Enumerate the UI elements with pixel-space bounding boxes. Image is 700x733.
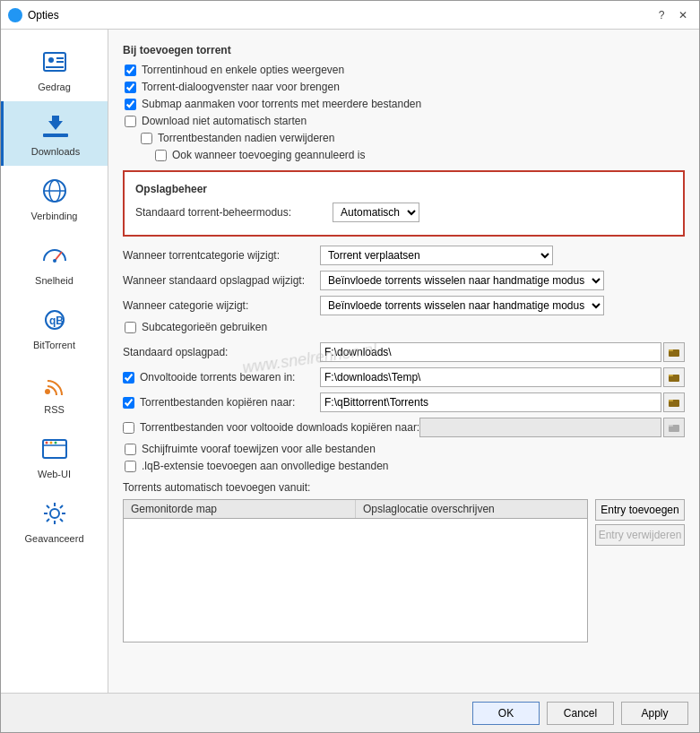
- form-row-default-path: Wanneer standaard opslagpad wijzigt: Beï…: [123, 271, 685, 290]
- checkbox-extension[interactable]: [125, 461, 136, 472]
- svg-point-14: [45, 389, 50, 394]
- checkbox-row-2: Torrent-dialoogvenster naar voor brengen: [123, 81, 685, 93]
- checkbox-subcategorie[interactable]: [125, 322, 136, 333]
- default-opslagpad-label: Standaard opslagpad:: [123, 346, 320, 358]
- col-gemonitorde: Gemonitorde map: [124, 500, 356, 518]
- apply-button[interactable]: Apply: [621, 702, 688, 725]
- incomplete-label: Onvoltooide torrents bewaren in:: [140, 371, 295, 384]
- cat-wijzigt-select[interactable]: Beïnvloede torrents wisselen naar handma…: [320, 296, 604, 315]
- default-path-select[interactable]: Beïnvloede torrents wisselen naar handma…: [320, 271, 604, 290]
- sidebar-item-snelheid[interactable]: Snelheid: [1, 230, 108, 295]
- sidebar-item-bittorrent[interactable]: qB BitTorrent: [1, 295, 108, 359]
- completed-copy-input[interactable]: [419, 418, 661, 437]
- entry-toevoegen-button[interactable]: Entry toevoegen: [595, 499, 685, 521]
- path-row-default: Standaard opslagpad:: [123, 342, 685, 362]
- svg-point-19: [54, 442, 56, 444]
- completed-copy-label: Torrentbestanden voor voltooide download…: [140, 421, 419, 434]
- checkbox-6[interactable]: [155, 150, 167, 161]
- sidebar-label-verbinding: Verbinding: [31, 211, 78, 221]
- app-icon: [8, 8, 22, 22]
- completed-copy-browse[interactable]: [663, 418, 685, 437]
- sidebar-item-downloads[interactable]: Downloads: [1, 101, 108, 166]
- sidebar-label-bittorrent: BitTorrent: [33, 340, 75, 350]
- checkbox-torrent-copy[interactable]: [123, 397, 134, 409]
- checkbox-label-5: Torrentbestanden nadien verwijderen: [158, 132, 334, 144]
- sidebar-label-gedrag: Gedrag: [38, 82, 71, 92]
- section-auto: Torrents automatisch toevoegen vanuit: G…: [123, 481, 685, 642]
- section-storage: Opslagbeheer Standaard torrent-beheermod…: [123, 170, 685, 237]
- window-title: Opties: [28, 9, 652, 22]
- title-bar-buttons: ? ✕: [652, 6, 692, 24]
- entry-verwijderen-button[interactable]: Entry verwijderen: [595, 524, 685, 546]
- default-opslagpad-input[interactable]: [320, 342, 661, 362]
- checkbox-3[interactable]: [125, 99, 136, 110]
- checkbox-4[interactable]: [125, 116, 136, 127]
- checkbox-row-subcategorie: Subcategorieën gebruiken: [123, 321, 685, 333]
- sidebar: Gedrag Downloads: [1, 30, 108, 693]
- incomplete-browse[interactable]: [663, 367, 685, 387]
- bittorrent-icon: qB: [39, 304, 71, 336]
- checkbox-diskspace[interactable]: [125, 444, 136, 455]
- close-button[interactable]: ✕: [674, 6, 692, 24]
- checkbox-completed-copy[interactable]: [123, 422, 134, 434]
- path-row-incomplete: Onvoltooide torrents bewaren in:: [123, 367, 685, 387]
- svg-marker-6: [48, 116, 63, 130]
- section-paths: Standaard opslagpad: Onvoltooide torrent…: [123, 342, 685, 472]
- form-row-cat-wijzigt: Wanneer categorie wijzigt: Beïnvloede to…: [123, 296, 685, 315]
- downloads-icon: [39, 110, 72, 142]
- right-panel: Bij toevoegen torrent Torrentinhoud en e…: [108, 30, 699, 693]
- category-select[interactable]: Torrent verplaatsen Torrent kopiëren Nie…: [320, 246, 553, 265]
- sidebar-label-geavanceerd: Geavanceerd: [24, 533, 83, 544]
- checkbox-label-2: Torrent-dialoogvenster naar voor brengen: [142, 81, 340, 93]
- svg-rect-24: [669, 375, 673, 376]
- mode-label: Standaard torrent-beheermodus:: [135, 206, 333, 219]
- checkbox-row-5: Torrentbestanden nadien verwijderen: [123, 132, 685, 144]
- form-row-mode: Standaard torrent-beheermodus: Automatis…: [135, 203, 672, 222]
- incomplete-path-input[interactable]: [320, 367, 661, 387]
- cancel-button[interactable]: Cancel: [547, 702, 614, 725]
- sidebar-item-geavanceerd[interactable]: Geavanceerd: [1, 488, 108, 553]
- help-button[interactable]: ?: [652, 6, 670, 24]
- sidebar-label-downloads: Downloads: [31, 146, 80, 157]
- default-opslagpad-browse[interactable]: [663, 342, 685, 362]
- svg-point-17: [45, 442, 48, 444]
- torrent-copy-input[interactable]: [320, 392, 661, 412]
- sidebar-item-rss[interactable]: RSS: [1, 359, 108, 424]
- checkbox-row-diskspace: Schijfruimte vooraf toewijzen voor alle …: [123, 443, 685, 455]
- diskspace-label: Schijfruimte vooraf toewijzen voor alle …: [142, 443, 376, 455]
- checkbox-label-6: Ook wanneer toevoeging geannuleerd is: [172, 149, 365, 161]
- geavanceerd-icon: [39, 497, 71, 530]
- bottom-bar: OK Cancel Apply: [1, 693, 699, 732]
- gedrag-icon: [39, 46, 71, 78]
- sidebar-item-web-ui[interactable]: Web-UI: [1, 424, 108, 488]
- checkbox-2[interactable]: [125, 82, 136, 93]
- ok-button[interactable]: OK: [472, 702, 540, 725]
- torrent-copy-label: Torrentbestanden kopiëren naar:: [140, 396, 295, 409]
- table-body: [124, 519, 587, 635]
- svg-point-20: [50, 509, 59, 518]
- section-torrent: Bij toevoegen torrent Torrentinhoud en e…: [123, 44, 685, 161]
- section-storage-title: Opslagbeheer: [135, 183, 672, 195]
- checkbox-label-3: Submap aanmaken voor torrents met meerde…: [142, 98, 421, 110]
- table-header: Gemonitorde map Opslaglocatie overschrij…: [124, 500, 587, 519]
- sidebar-item-verbinding[interactable]: Verbinding: [1, 166, 108, 230]
- checkbox-incomplete[interactable]: [123, 372, 134, 384]
- torrent-copy-browse[interactable]: [663, 392, 685, 412]
- sidebar-label-web-ui: Web-UI: [38, 469, 71, 479]
- verbinding-icon: [39, 175, 71, 207]
- section-selects: Wanneer torrentcategorie wijzigt: Torren…: [123, 246, 685, 333]
- path-row-completed-copy: Torrentbestanden voor voltooide download…: [123, 418, 685, 437]
- sidebar-item-gedrag[interactable]: Gedrag: [1, 37, 108, 101]
- category-label: Wanneer torrentcategorie wijzigt:: [123, 249, 320, 262]
- svg-point-11: [53, 259, 56, 263]
- checkbox-row-1: Torrentinhoud en enkele opties weergeven: [123, 64, 685, 76]
- checkbox-label-1: Torrentinhoud en enkele opties weergeven: [142, 64, 344, 76]
- snelheid-icon: [39, 239, 71, 272]
- checkbox-5[interactable]: [141, 133, 152, 144]
- checkbox-row-extension: .lqB-extensie toevoegen aan onvolledige …: [123, 460, 685, 472]
- svg-point-1: [48, 57, 54, 63]
- checkbox-1[interactable]: [125, 65, 136, 76]
- mode-select[interactable]: Automatisch Handmatig: [333, 203, 419, 222]
- checkbox-row-6: Ook wanneer toevoeging geannuleerd is: [123, 149, 685, 161]
- svg-rect-22: [669, 349, 673, 351]
